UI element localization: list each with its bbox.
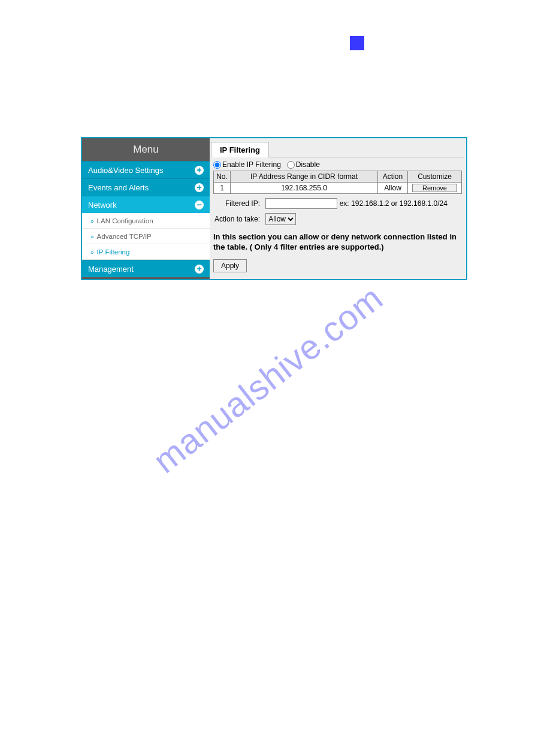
sidebar-title: Menu: [82, 138, 210, 161]
remove-button[interactable]: Remove: [412, 184, 457, 192]
col-range-header: IP Address Range in CIDR format: [231, 171, 378, 183]
sub-item-ip-filtering[interactable]: »IP Filtering: [82, 244, 210, 260]
table-row: 1 192.168.255.0 Allow Remove: [214, 183, 462, 194]
apply-button[interactable]: Apply: [213, 259, 247, 272]
note-text: In this section you can allow or deny ne…: [213, 232, 462, 252]
sidebar-item-label: Network: [88, 196, 117, 214]
watermark-text: manualshive.com: [145, 277, 390, 481]
sidebar-item-label: Management: [88, 260, 134, 278]
radio-enable-input[interactable]: [213, 161, 221, 169]
sidebar-item-events-alerts[interactable]: Events and Alerts: [82, 178, 210, 196]
action-label: Action to take:: [213, 215, 260, 223]
network-submenu: »LAN Configuration »Advanced TCP/IP »IP …: [82, 213, 210, 260]
sidebar-item-management[interactable]: Management: [82, 260, 210, 277]
cell-no: 1: [214, 183, 231, 194]
sidebar-item-label: Audio&Video Settings: [88, 162, 164, 179]
filtered-ip-row: Filtered IP: ex: 192.168.1.2 or 192.168.…: [213, 198, 462, 209]
col-no-header: No.: [214, 171, 231, 183]
radio-disable[interactable]: Disable: [287, 160, 320, 169]
chevron-icon: »: [90, 249, 94, 256]
panel: Enable IP Filtering Disable No. IP Addre…: [211, 157, 464, 277]
filtered-ip-label: Filtered IP:: [213, 199, 260, 208]
filtered-ip-hint: ex: 192.168.1.2 or 192.168.1.0/24: [340, 199, 448, 208]
filtered-ip-input[interactable]: [265, 198, 337, 209]
cell-customize: Remove: [408, 183, 462, 194]
sidebar-item-network[interactable]: Network: [82, 196, 210, 213]
col-action-header: Action: [378, 171, 408, 183]
decorative-square: [350, 36, 364, 50]
sub-item-label: IP Filtering: [97, 248, 130, 256]
chevron-icon: »: [90, 218, 94, 224]
plus-icon: [195, 166, 204, 175]
sub-item-label: Advanced TCP/IP: [97, 233, 152, 240]
radio-disable-input[interactable]: [287, 161, 295, 169]
sidebar-item-label: Events and Alerts: [88, 179, 149, 196]
plus-icon: [195, 183, 204, 192]
minus-icon: [195, 201, 204, 210]
filter-mode-row: Enable IP Filtering Disable: [213, 159, 462, 171]
radio-enable-label: Enable IP Filtering: [222, 160, 281, 169]
filter-table: No. IP Address Range in CIDR format Acti…: [213, 171, 462, 194]
col-customize-header: Customize: [408, 171, 462, 183]
table-header-row: No. IP Address Range in CIDR format Acti…: [214, 171, 462, 183]
sub-item-label: LAN Configuration: [97, 217, 153, 224]
sidebar: Menu Audio&Video Settings Events and Ale…: [82, 138, 210, 279]
chevron-icon: »: [90, 233, 94, 240]
radio-enable[interactable]: Enable IP Filtering: [213, 160, 281, 169]
cell-range: 192.168.255.0: [231, 183, 378, 194]
content-area: IP Filtering Enable IP Filtering Disable…: [210, 138, 466, 279]
sidebar-item-audio-video[interactable]: Audio&Video Settings: [82, 161, 210, 178]
action-row: Action to take: Allow: [213, 213, 462, 225]
plus-icon: [195, 265, 204, 274]
tab-ip-filtering[interactable]: IP Filtering: [211, 142, 269, 157]
app-frame: Menu Audio&Video Settings Events and Ale…: [81, 137, 467, 280]
sub-item-lan-configuration[interactable]: »LAN Configuration: [82, 213, 210, 229]
radio-disable-label: Disable: [296, 160, 320, 169]
cell-action: Allow: [378, 183, 408, 194]
sub-item-advanced-tcpip[interactable]: »Advanced TCP/IP: [82, 229, 210, 244]
action-select[interactable]: Allow: [265, 213, 296, 225]
